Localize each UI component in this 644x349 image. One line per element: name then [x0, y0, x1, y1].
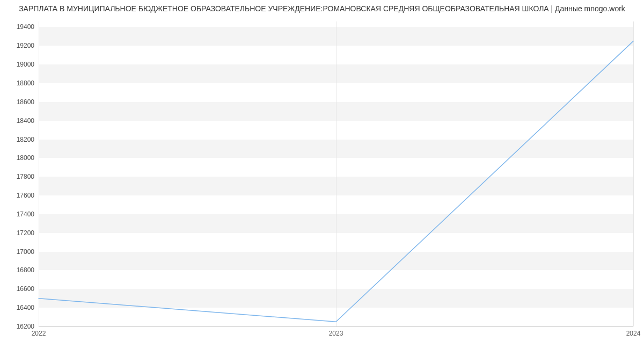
y-tick-label: 19000	[17, 61, 34, 68]
y-tick-label: 16200	[17, 323, 34, 330]
x-tick-label: 2023	[329, 330, 343, 337]
chart-container: ЗАРПЛАТА В МУНИЦИПАЛЬНОЕ БЮДЖЕТНОЕ ОБРАЗ…	[0, 0, 644, 349]
y-tick-label: 18000	[17, 154, 34, 162]
series-layer	[39, 21, 633, 326]
y-tick-label: 16400	[17, 304, 34, 311]
y-tick-label: 17200	[17, 229, 34, 237]
y-tick-label: 18600	[17, 98, 34, 106]
chart-title: ЗАРПЛАТА В МУНИЦИПАЛЬНОЕ БЮДЖЕТНОЕ ОБРАЗ…	[0, 4, 644, 13]
y-tick-label: 18400	[17, 117, 34, 125]
y-tick-label: 16800	[17, 266, 34, 274]
series-line	[39, 41, 633, 322]
plot-area: 1620016400166001680017000172001740017600…	[39, 21, 633, 326]
y-tick-label: 19200	[17, 42, 34, 49]
x-tick-label: 2024	[626, 330, 641, 337]
y-tick-label: 17800	[17, 173, 34, 180]
y-tick-label: 18200	[17, 136, 34, 143]
y-tick-label: 18800	[17, 79, 34, 87]
y-tick-label: 17600	[17, 192, 34, 199]
y-tick-label: 17000	[17, 248, 34, 256]
x-tick-label: 2022	[32, 330, 46, 337]
y-tick-label: 17400	[17, 210, 34, 218]
y-tick-label: 16600	[17, 285, 34, 293]
y-tick-label: 19400	[17, 23, 34, 31]
